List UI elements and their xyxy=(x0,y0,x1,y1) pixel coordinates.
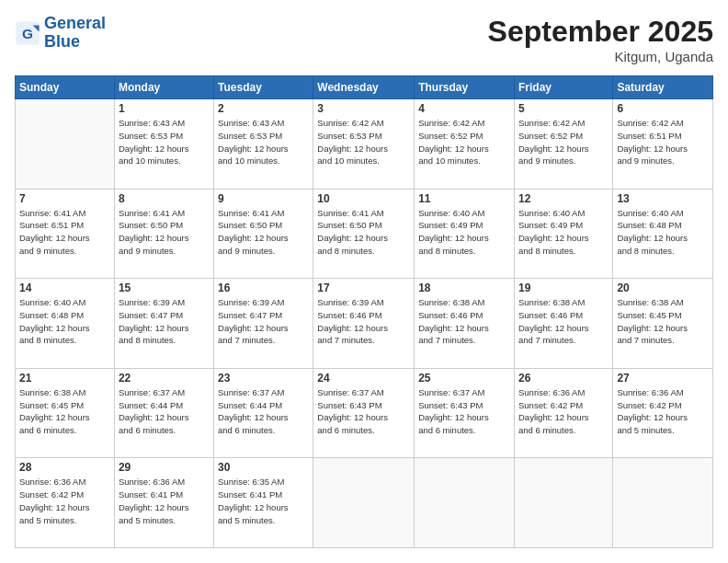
day-cell: 22Sunrise: 6:37 AM Sunset: 6:44 PM Dayli… xyxy=(114,368,213,458)
calendar-header: SundayMondayTuesdayWednesdayThursdayFrid… xyxy=(16,76,713,99)
day-cell: 3Sunrise: 6:42 AM Sunset: 6:53 PM Daylig… xyxy=(313,99,415,190)
day-cell: 27Sunrise: 6:36 AM Sunset: 6:42 PM Dayli… xyxy=(613,368,713,458)
day-info: Sunrise: 6:40 AM Sunset: 6:48 PM Dayligh… xyxy=(19,296,110,347)
day-info: Sunrise: 6:38 AM Sunset: 6:45 PM Dayligh… xyxy=(19,386,110,437)
day-number: 14 xyxy=(19,282,110,294)
day-number: 13 xyxy=(617,192,709,205)
week-row-5: 28Sunrise: 6:36 AM Sunset: 6:42 PM Dayli… xyxy=(16,458,713,548)
header-cell-monday: Monday xyxy=(114,76,213,99)
day-info: Sunrise: 6:37 AM Sunset: 6:44 PM Dayligh… xyxy=(218,386,309,437)
header: G General Blue September 2025 Kitgum, Ug… xyxy=(15,15,713,64)
day-number: 29 xyxy=(119,461,210,474)
day-info: Sunrise: 6:38 AM Sunset: 6:46 PM Dayligh… xyxy=(418,296,510,347)
day-number: 3 xyxy=(317,102,410,115)
day-info: Sunrise: 6:37 AM Sunset: 6:43 PM Dayligh… xyxy=(317,386,410,437)
header-cell-wednesday: Wednesday xyxy=(313,76,415,99)
day-cell: 4Sunrise: 6:42 AM Sunset: 6:52 PM Daylig… xyxy=(415,99,515,190)
day-info: Sunrise: 6:39 AM Sunset: 6:47 PM Dayligh… xyxy=(218,296,309,347)
day-info: Sunrise: 6:42 AM Sunset: 6:51 PM Dayligh… xyxy=(617,117,709,167)
day-info: Sunrise: 6:41 AM Sunset: 6:50 PM Dayligh… xyxy=(317,207,410,258)
day-cell: 29Sunrise: 6:36 AM Sunset: 6:41 PM Dayli… xyxy=(114,458,213,548)
week-row-1: 1Sunrise: 6:43 AM Sunset: 6:53 PM Daylig… xyxy=(16,99,713,190)
day-cell: 10Sunrise: 6:41 AM Sunset: 6:50 PM Dayli… xyxy=(313,189,415,279)
day-cell: 7Sunrise: 6:41 AM Sunset: 6:51 PM Daylig… xyxy=(16,189,115,279)
header-cell-sunday: Sunday xyxy=(16,76,115,99)
day-info: Sunrise: 6:35 AM Sunset: 6:41 PM Dayligh… xyxy=(218,476,309,526)
day-number: 16 xyxy=(218,282,309,294)
day-number: 20 xyxy=(617,282,709,294)
day-cell: 28Sunrise: 6:36 AM Sunset: 6:42 PM Dayli… xyxy=(16,458,115,548)
day-info: Sunrise: 6:39 AM Sunset: 6:46 PM Dayligh… xyxy=(317,296,410,347)
day-cell: 18Sunrise: 6:38 AM Sunset: 6:46 PM Dayli… xyxy=(415,279,515,369)
week-row-4: 21Sunrise: 6:38 AM Sunset: 6:45 PM Dayli… xyxy=(16,368,713,458)
day-info: Sunrise: 6:40 AM Sunset: 6:48 PM Dayligh… xyxy=(617,207,709,258)
page: G General Blue September 2025 Kitgum, Ug… xyxy=(0,0,728,563)
day-number: 18 xyxy=(418,282,510,294)
day-number: 26 xyxy=(518,372,609,385)
day-info: Sunrise: 6:42 AM Sunset: 6:53 PM Dayligh… xyxy=(317,117,410,167)
day-cell xyxy=(613,458,713,548)
day-number: 19 xyxy=(518,282,609,294)
day-cell: 25Sunrise: 6:37 AM Sunset: 6:43 PM Dayli… xyxy=(415,368,515,458)
day-number: 11 xyxy=(418,192,510,205)
day-number: 9 xyxy=(218,192,309,205)
logo-line2: Blue xyxy=(44,33,106,52)
day-number: 22 xyxy=(119,372,210,385)
day-info: Sunrise: 6:36 AM Sunset: 6:42 PM Dayligh… xyxy=(19,476,110,526)
day-info: Sunrise: 6:36 AM Sunset: 6:42 PM Dayligh… xyxy=(518,386,609,437)
header-cell-friday: Friday xyxy=(514,76,612,99)
day-info: Sunrise: 6:40 AM Sunset: 6:49 PM Dayligh… xyxy=(518,207,609,258)
day-cell: 16Sunrise: 6:39 AM Sunset: 6:47 PM Dayli… xyxy=(214,279,313,369)
day-info: Sunrise: 6:36 AM Sunset: 6:42 PM Dayligh… xyxy=(617,386,709,437)
week-row-2: 7Sunrise: 6:41 AM Sunset: 6:51 PM Daylig… xyxy=(16,189,713,279)
day-cell: 15Sunrise: 6:39 AM Sunset: 6:47 PM Dayli… xyxy=(114,279,213,369)
calendar: SundayMondayTuesdayWednesdayThursdayFrid… xyxy=(15,75,713,548)
day-info: Sunrise: 6:36 AM Sunset: 6:41 PM Dayligh… xyxy=(119,476,210,526)
logo-icon: G xyxy=(15,20,40,46)
day-info: Sunrise: 6:38 AM Sunset: 6:45 PM Dayligh… xyxy=(617,296,709,347)
day-info: Sunrise: 6:41 AM Sunset: 6:51 PM Dayligh… xyxy=(19,207,110,258)
day-info: Sunrise: 6:38 AM Sunset: 6:46 PM Dayligh… xyxy=(518,296,609,347)
day-info: Sunrise: 6:42 AM Sunset: 6:52 PM Dayligh… xyxy=(418,117,510,167)
day-info: Sunrise: 6:37 AM Sunset: 6:44 PM Dayligh… xyxy=(119,386,210,437)
header-cell-thursday: Thursday xyxy=(415,76,515,99)
day-info: Sunrise: 6:43 AM Sunset: 6:53 PM Dayligh… xyxy=(119,117,210,167)
day-cell: 19Sunrise: 6:38 AM Sunset: 6:46 PM Dayli… xyxy=(514,279,612,369)
title-block: September 2025 Kitgum, Uganda xyxy=(488,15,713,64)
day-number: 28 xyxy=(19,461,110,474)
day-cell: 12Sunrise: 6:40 AM Sunset: 6:49 PM Dayli… xyxy=(514,189,612,279)
day-cell: 30Sunrise: 6:35 AM Sunset: 6:41 PM Dayli… xyxy=(214,458,313,548)
day-cell: 6Sunrise: 6:42 AM Sunset: 6:51 PM Daylig… xyxy=(613,99,713,190)
day-info: Sunrise: 6:43 AM Sunset: 6:53 PM Dayligh… xyxy=(218,117,309,167)
day-cell xyxy=(16,99,115,190)
logo-line1: General xyxy=(44,15,106,33)
day-info: Sunrise: 6:39 AM Sunset: 6:47 PM Dayligh… xyxy=(119,296,210,347)
svg-text:G: G xyxy=(22,25,33,40)
week-row-3: 14Sunrise: 6:40 AM Sunset: 6:48 PM Dayli… xyxy=(16,279,713,369)
header-cell-tuesday: Tuesday xyxy=(214,76,313,99)
location: Kitgum, Uganda xyxy=(488,49,713,64)
day-cell: 20Sunrise: 6:38 AM Sunset: 6:45 PM Dayli… xyxy=(613,279,713,369)
day-cell: 24Sunrise: 6:37 AM Sunset: 6:43 PM Dayli… xyxy=(313,368,415,458)
day-number: 27 xyxy=(617,372,709,385)
day-number: 5 xyxy=(518,102,609,115)
day-cell xyxy=(415,458,515,548)
day-cell: 9Sunrise: 6:41 AM Sunset: 6:50 PM Daylig… xyxy=(214,189,313,279)
day-cell: 17Sunrise: 6:39 AM Sunset: 6:46 PM Dayli… xyxy=(313,279,415,369)
day-info: Sunrise: 6:41 AM Sunset: 6:50 PM Dayligh… xyxy=(218,207,309,258)
month-title: September 2025 xyxy=(488,15,713,49)
day-cell xyxy=(514,458,612,548)
day-number: 8 xyxy=(119,192,210,205)
calendar-body: 1Sunrise: 6:43 AM Sunset: 6:53 PM Daylig… xyxy=(16,99,713,548)
day-number: 15 xyxy=(119,282,210,294)
day-cell xyxy=(313,458,415,548)
day-cell: 26Sunrise: 6:36 AM Sunset: 6:42 PM Dayli… xyxy=(514,368,612,458)
day-cell: 13Sunrise: 6:40 AM Sunset: 6:48 PM Dayli… xyxy=(613,189,713,279)
day-number: 4 xyxy=(418,102,510,115)
day-number: 21 xyxy=(19,372,110,385)
day-number: 7 xyxy=(19,192,110,205)
day-info: Sunrise: 6:42 AM Sunset: 6:52 PM Dayligh… xyxy=(518,117,609,167)
logo: G General Blue xyxy=(15,15,106,52)
day-cell: 1Sunrise: 6:43 AM Sunset: 6:53 PM Daylig… xyxy=(114,99,213,190)
day-cell: 5Sunrise: 6:42 AM Sunset: 6:52 PM Daylig… xyxy=(514,99,612,190)
